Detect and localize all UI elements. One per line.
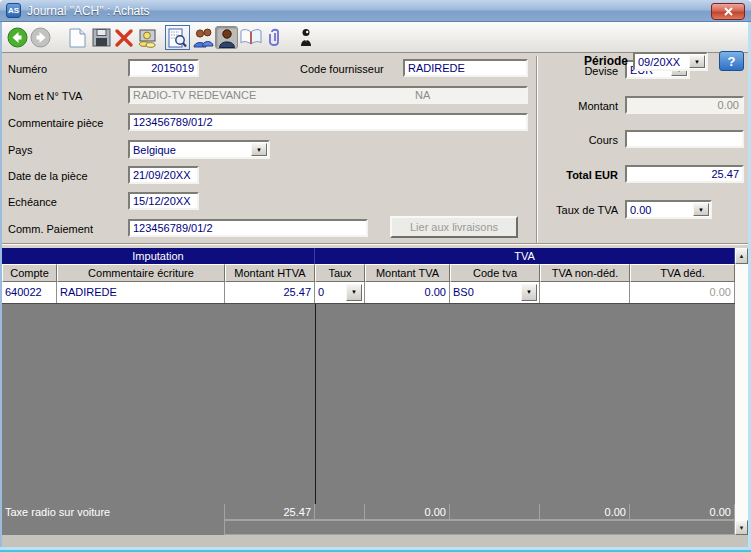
forward-button[interactable] <box>29 26 52 49</box>
period-dropdown-icon[interactable]: ▼ <box>689 55 705 68</box>
cell-commentaire[interactable]: RADIREDE <box>57 282 225 303</box>
col-compte[interactable]: Compte <box>2 264 57 282</box>
back-icon <box>7 27 28 48</box>
col-montant-tva[interactable]: Montant TVA <box>365 264 450 282</box>
title-bar: AS Journal "ACH" : Achats <box>0 0 751 22</box>
pays-dropdown-icon[interactable]: ▼ <box>251 143 267 156</box>
scroll-up-icon[interactable]: ▲ <box>735 248 748 264</box>
total-montant-htva: 25.47 <box>225 504 315 520</box>
user-button[interactable] <box>215 26 238 49</box>
total-tva-non-ded: 0.00 <box>540 504 630 520</box>
montant-label: Montant <box>530 100 618 112</box>
total-montant-tva: 0.00 <box>365 504 450 520</box>
table-row[interactable]: 640022 RADIREDE 25.47 0 ▼ 0.00 BS0 ▼ 0.0… <box>2 282 735 304</box>
period-select[interactable]: 09/20XX ▼ <box>633 52 708 71</box>
code-tva-cell-dropdown-icon[interactable]: ▼ <box>521 284 537 301</box>
forward-icon <box>30 27 51 48</box>
assistant-icon <box>299 28 313 47</box>
lier-livraisons-button[interactable]: Lier aux livraisons <box>390 216 518 238</box>
date-piece-field[interactable]: 21/09/20XX <box>128 166 199 184</box>
cell-montant-tva[interactable]: 0.00 <box>365 282 450 303</box>
taux-tva-select[interactable]: 0.00 ▼ <box>625 200 712 219</box>
delete-icon <box>114 28 134 48</box>
status-strip <box>2 535 748 547</box>
scrollbar-track[interactable] <box>735 264 748 520</box>
taux-tva-label: Taux de TVA <box>530 204 618 216</box>
back-button[interactable] <box>6 26 29 49</box>
totals-empty-cell <box>225 520 735 535</box>
cours-label: Cours <box>530 134 618 146</box>
total-eur-label: Total EUR <box>530 169 618 181</box>
numero-field[interactable]: 2015019 <box>128 59 199 77</box>
cours-field[interactable] <box>625 130 744 148</box>
contacts-button[interactable] <box>191 26 214 49</box>
window-frame-left <box>0 20 2 552</box>
totals-row-secondary <box>2 520 735 535</box>
assistant-button[interactable] <box>294 26 317 49</box>
save-button[interactable] <box>90 26 113 49</box>
total-eur-field[interactable]: 25.47 <box>625 165 744 183</box>
save-icon <box>92 28 111 47</box>
cell-taux-select[interactable]: 0 ▼ <box>315 282 365 303</box>
window-title: Journal "ACH" : Achats <box>27 4 150 18</box>
group-tva: TVA <box>315 248 735 264</box>
cell-code-tva-select[interactable]: BS0 ▼ <box>450 282 540 303</box>
vertical-separator <box>536 56 538 244</box>
new-document-icon <box>69 28 86 48</box>
total-taux-empty <box>315 504 365 520</box>
taux-tva-dropdown-icon[interactable]: ▼ <box>693 203 709 216</box>
scroll-down-icon[interactable]: ▼ <box>735 520 748 535</box>
comm-paiement-label: Comm. Paiement <box>8 223 93 235</box>
attachment-icon <box>268 27 282 48</box>
date-piece-label: Date de la pièce <box>8 170 88 182</box>
col-tva-non-ded[interactable]: TVA non-déd. <box>540 264 630 282</box>
comm-paiement-field[interactable]: 123456789/01/2 <box>128 219 368 237</box>
echeance-label: Echéance <box>8 196 57 208</box>
totals-row: Taxe radio sur voiture 25.47 0.00 0.00 0… <box>2 504 735 520</box>
col-taux[interactable]: Taux <box>315 264 365 282</box>
period-label: Période <box>584 54 628 68</box>
col-code-tva[interactable]: Code tva <box>450 264 540 282</box>
payment-icon <box>137 28 158 48</box>
echeance-field[interactable]: 15/12/20XX <box>128 192 199 210</box>
pays-select[interactable]: Belgique ▼ <box>128 140 270 159</box>
pays-label: Pays <box>8 144 32 156</box>
total-code-tva-empty <box>450 504 540 520</box>
totals-label: Taxe radio sur voiture <box>2 504 225 520</box>
commentaire-piece-field[interactable]: 123456789/01/2 <box>128 113 528 131</box>
column-header-row: Compte Commentaire écriture Montant HTVA… <box>2 264 735 282</box>
preview-search-button[interactable] <box>166 26 189 49</box>
total-tva-ded: 0.00 <box>630 504 735 520</box>
cell-tva-ded[interactable]: 0.00 <box>630 282 735 303</box>
document-form: Numéro 2015019 Code fournisseur RADIREDE… <box>0 53 751 248</box>
delete-button[interactable] <box>112 26 135 49</box>
code-fournisseur-field[interactable]: RADIREDE <box>403 59 528 77</box>
grid-empty-area[interactable] <box>2 304 735 504</box>
toolbar: Période 09/20XX ▼ ? <box>0 22 751 53</box>
cell-tva-non-ded[interactable] <box>540 282 630 303</box>
nom-tva-field: RADIO-TV REDEVANCE NA <box>128 86 528 104</box>
taux-cell-dropdown-icon[interactable]: ▼ <box>346 284 362 301</box>
code-fournisseur-label: Code fournisseur <box>300 63 384 75</box>
user-icon <box>217 28 237 48</box>
journal-book-button[interactable] <box>239 26 262 49</box>
col-montant-htva[interactable]: Montant HTVA <box>225 264 315 282</box>
grid-scrollbar[interactable]: ▲ ▼ <box>735 248 748 535</box>
attachment-button[interactable] <box>263 26 286 49</box>
help-button[interactable]: ? <box>719 51 744 71</box>
contacts-icon <box>192 28 214 48</box>
close-button[interactable] <box>711 3 745 20</box>
commentaire-piece-label: Commentaire pièce <box>8 117 103 129</box>
nom-tva-label: Nom et N° TVA <box>8 90 82 102</box>
numero-label: Numéro <box>8 63 47 75</box>
group-header-row: Imputation TVA <box>2 248 735 264</box>
app-icon: AS <box>6 3 21 18</box>
payment-button[interactable] <box>136 26 159 49</box>
preview-search-icon <box>168 28 187 48</box>
col-tva-ded[interactable]: TVA déd. <box>630 264 735 282</box>
cell-montant-htva[interactable]: 25.47 <box>225 282 315 303</box>
app-window: AS Journal "ACH" : Achats <box>0 0 751 552</box>
cell-compte[interactable]: 640022 <box>2 282 57 303</box>
col-commentaire[interactable]: Commentaire écriture <box>57 264 225 282</box>
new-document-button[interactable] <box>66 26 89 49</box>
